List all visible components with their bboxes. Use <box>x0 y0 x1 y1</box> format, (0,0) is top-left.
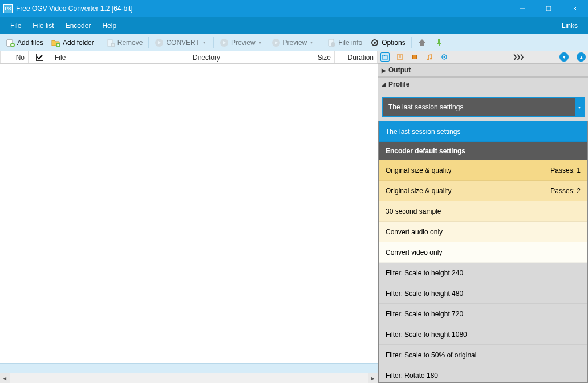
col-no[interactable]: No <box>0 51 29 63</box>
output-section-header[interactable]: ▶ Output <box>378 63 588 78</box>
remove-label: Remove <box>117 39 143 47</box>
titlebar: PS Free OGV Video Converter 1.2 [64-bit] <box>0 0 588 17</box>
profile-option[interactable]: Original size & qualityPasses: 1 <box>379 160 587 181</box>
profile-option-label: Original size & quality <box>386 187 451 195</box>
scroll-right-icon[interactable]: ► <box>368 373 378 383</box>
profile-dropdown-list[interactable]: The last session settingsEncoder default… <box>378 121 588 383</box>
window-title: Free OGV Video Converter 1.2 [64-bit] <box>16 5 509 13</box>
chevron-down-icon: ▾ <box>259 40 263 45</box>
output-label: Output <box>388 66 411 74</box>
preview-icon <box>220 38 229 47</box>
profile-option-label: 30 second sample <box>386 207 441 215</box>
file-info-icon <box>327 38 336 47</box>
options-button[interactable]: Options <box>367 36 408 49</box>
svg-point-37 <box>444 56 445 58</box>
tab-document-icon[interactable] <box>395 52 404 62</box>
menu-encoder[interactable]: Encoder <box>60 18 97 33</box>
svg-marker-25 <box>437 39 441 44</box>
collapse-down-button[interactable]: ▾ <box>559 52 569 62</box>
profile-dropdown: The last session settingsEncoder default… <box>378 121 588 383</box>
col-file[interactable]: File <box>51 51 189 63</box>
horizontal-scrollbar[interactable]: ◄ ► <box>0 373 378 383</box>
home-button[interactable] <box>414 36 430 49</box>
minimize-button[interactable] <box>509 0 536 17</box>
profile-option-label: Encoder default settings <box>386 147 465 155</box>
profile-option-label: Original size & quality <box>386 166 451 174</box>
menu-help[interactable]: Help <box>96 18 122 33</box>
profile-option-label: Filter: Scale to height 240 <box>386 269 463 277</box>
chevron-down-icon: ▾ <box>203 40 208 45</box>
profile-option[interactable]: Filter: Rotate 180 <box>379 365 587 383</box>
profile-option[interactable]: Convert video only <box>379 242 587 263</box>
expand-chevrons[interactable]: ❯❯❯ <box>513 54 551 60</box>
profile-option-label: Filter: Rotate 180 <box>386 372 438 380</box>
svg-rect-1 <box>546 6 551 11</box>
svg-point-35 <box>430 58 432 59</box>
profile-selected-value: The last session settings <box>388 103 463 111</box>
home-icon <box>417 38 427 47</box>
preview2-button[interactable]: Preview ▾ <box>268 36 319 49</box>
preview1-button[interactable]: Preview ▾ <box>216 36 267 49</box>
tab-video-icon[interactable] <box>410 52 419 62</box>
pin-icon <box>435 38 444 47</box>
profile-label: Profile <box>388 80 409 88</box>
menu-filelist[interactable]: File list <box>27 18 59 33</box>
profile-section-header[interactable]: ◢ Profile <box>378 77 588 91</box>
profile-option[interactable]: Filter: Scale to height 480 <box>379 283 587 304</box>
profile-option-label: Filter: Scale to height 480 <box>386 290 463 298</box>
profile-option[interactable]: Convert audio only <box>379 222 587 242</box>
file-info-button[interactable]: File info <box>323 36 366 49</box>
add-folder-label: Add folder <box>63 39 94 47</box>
add-folder-button[interactable]: Add folder <box>48 36 98 49</box>
triangle-right-icon: ▶ <box>382 67 386 74</box>
profile-option[interactable]: The last session settings <box>379 121 587 142</box>
tab-audio-icon[interactable] <box>425 52 434 62</box>
svg-marker-24 <box>419 39 425 46</box>
profile-option[interactable]: Filter: Scale to height 1080 <box>379 324 587 345</box>
profile-option-label: Filter: Scale to 50% of original <box>386 351 476 359</box>
menu-links[interactable]: Links <box>556 18 583 33</box>
profile-option-label: Convert video only <box>386 248 442 256</box>
profile-option[interactable]: 30 second sample <box>379 201 587 222</box>
scroll-left-icon[interactable]: ◄ <box>0 373 10 383</box>
maximize-button[interactable] <box>536 0 562 17</box>
tab-folder-icon[interactable] <box>380 52 390 62</box>
svg-point-21 <box>331 42 335 47</box>
profile-select[interactable]: The last session settings ▾ <box>382 97 585 117</box>
gear-icon <box>370 38 379 47</box>
col-size[interactable]: Size <box>303 51 335 63</box>
collapse-up-button[interactable]: ▴ <box>577 52 586 62</box>
triangle-down-icon: ◢ <box>382 81 386 87</box>
add-folder-icon <box>51 38 60 47</box>
pin-button[interactable] <box>431 36 447 49</box>
right-pane: ❯❯❯ ▾ ▴ ▶ Output ◢ Profile The last sess… <box>378 51 588 383</box>
close-button[interactable] <box>562 0 588 17</box>
chevron-down-icon[interactable]: ▾ <box>575 98 583 116</box>
chevron-down-icon: ▾ <box>310 40 315 45</box>
remove-button[interactable]: Remove <box>103 36 147 49</box>
svg-point-23 <box>374 42 376 44</box>
col-directory[interactable]: Directory <box>189 51 303 63</box>
tab-settings-icon[interactable] <box>440 52 449 62</box>
convert-icon <box>155 38 164 47</box>
preview2-label: Preview <box>283 39 307 47</box>
profile-option-label: Filter: Scale to height 720 <box>386 310 463 318</box>
col-checkbox[interactable] <box>29 51 51 63</box>
menu-file[interactable]: File <box>5 18 27 33</box>
convert-button[interactable]: CONVERT ▾ <box>151 36 210 49</box>
add-files-button[interactable]: Add files <box>2 36 47 49</box>
profile-option-label: Convert audio only <box>386 228 443 236</box>
col-duration[interactable]: Duration <box>335 51 378 63</box>
grid-body[interactable] <box>0 64 378 363</box>
svg-rect-33 <box>416 55 417 59</box>
svg-rect-32 <box>412 55 413 59</box>
profile-option-label: Filter: Scale to height 1080 <box>386 331 467 339</box>
menubar: File File list Encoder Help Links <box>0 17 588 34</box>
profile-option[interactable]: Filter: Scale to height 240 <box>379 263 587 283</box>
profile-option[interactable]: Original size & qualityPasses: 2 <box>379 181 587 201</box>
preview-icon <box>271 38 281 47</box>
profile-option[interactable]: Filter: Scale to height 720 <box>379 304 587 324</box>
svg-point-34 <box>427 58 429 60</box>
profile-option[interactable]: Filter: Scale to 50% of original <box>379 345 587 365</box>
profile-option-passes: Passes: 1 <box>550 166 581 174</box>
